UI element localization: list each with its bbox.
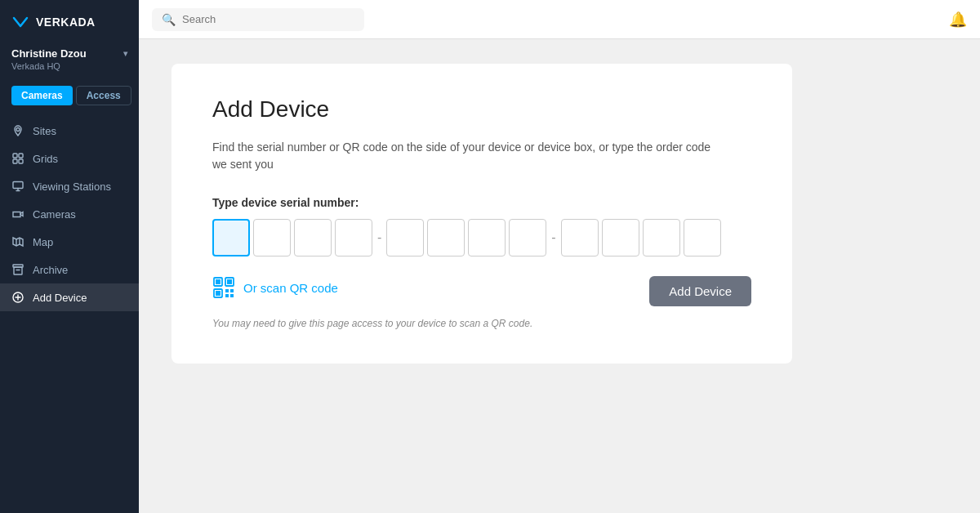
qr-scan-link[interactable]: Or scan QR code: [243, 281, 338, 295]
svg-rect-5: [13, 182, 23, 189]
logo: VERKADA: [0, 0, 139, 41]
sidebar-item-grids[interactable]: Grids: [0, 145, 139, 172]
user-name-row[interactable]: Christine Dzou ▾: [11, 47, 127, 60]
svg-rect-2: [19, 154, 23, 158]
sidebar-item-add-device[interactable]: Add Device: [0, 283, 139, 311]
sidebar-item-sites-label: Sites: [33, 125, 56, 137]
serial-box-10[interactable]: [602, 219, 639, 256]
camera-icon: [11, 207, 24, 221]
location-icon: [11, 124, 24, 137]
serial-label: Type device serial number:: [212, 196, 751, 209]
tab-cameras[interactable]: Cameras: [11, 86, 73, 105]
map-icon: [11, 235, 24, 248]
svg-rect-16: [216, 279, 220, 284]
search-icon: 🔍: [162, 13, 176, 26]
main-area: 🔍 🔔 Add Device Find the serial number or…: [139, 0, 980, 513]
svg-rect-4: [19, 159, 23, 163]
svg-rect-23: [225, 294, 229, 297]
notification-bell-icon[interactable]: 🔔: [949, 11, 967, 29]
nav-items: Sites Grids Viewing Stations Cameras Map: [0, 114, 139, 513]
sidebar-item-viewing-stations[interactable]: Viewing Stations: [0, 172, 139, 200]
user-org: Verkada HQ: [11, 61, 127, 71]
sidebar-item-archive-label: Archive: [33, 264, 68, 276]
svg-marker-6: [13, 238, 23, 246]
sidebar-item-cameras[interactable]: Cameras: [0, 200, 139, 228]
grid-icon: [11, 152, 24, 165]
serial-box-11[interactable]: [643, 219, 680, 256]
sidebar-item-sites[interactable]: Sites: [0, 117, 139, 145]
svg-point-0: [16, 128, 20, 132]
card-title: Add Device: [212, 96, 751, 123]
serial-box-1[interactable]: [212, 219, 250, 256]
svg-rect-18: [227, 279, 232, 284]
serial-dash-1: -: [376, 230, 383, 245]
add-device-button[interactable]: Add Device: [649, 276, 751, 306]
chevron-down-icon: ▾: [123, 49, 127, 58]
add-device-card: Add Device Find the serial number or QR …: [172, 64, 792, 364]
serial-box-12[interactable]: [684, 219, 721, 256]
verkada-logo-icon: [11, 13, 29, 31]
svg-rect-3: [13, 159, 17, 163]
tab-row: Cameras Access: [0, 81, 139, 114]
serial-box-5[interactable]: [386, 219, 424, 256]
qr-note: You may need to give this page access to…: [212, 316, 751, 331]
topbar: 🔍 🔔: [139, 0, 980, 39]
qr-left: Or scan QR code: [212, 276, 338, 299]
svg-rect-22: [230, 289, 234, 292]
serial-box-4[interactable]: [335, 219, 372, 256]
serial-box-8[interactable]: [509, 219, 546, 256]
serial-box-2[interactable]: [253, 219, 291, 256]
logo-text: VERKADA: [36, 16, 96, 29]
svg-rect-10: [14, 267, 22, 274]
svg-rect-20: [216, 291, 220, 296]
serial-box-6[interactable]: [427, 219, 465, 256]
serial-dash-2: -: [550, 230, 557, 245]
tab-access[interactable]: Access: [76, 86, 131, 105]
qr-code-icon: [212, 276, 235, 299]
qr-row: Or scan QR code Add Device: [212, 276, 751, 306]
svg-rect-24: [230, 294, 234, 297]
serial-box-3[interactable]: [294, 219, 332, 256]
serial-box-7[interactable]: [468, 219, 506, 256]
serial-input-row: - -: [212, 219, 751, 256]
monitor-icon: [11, 180, 24, 193]
search-box[interactable]: 🔍: [152, 8, 364, 31]
search-input[interactable]: [182, 13, 354, 25]
plus-circle-icon: [11, 291, 24, 304]
sidebar-item-add-device-label: Add Device: [33, 292, 87, 304]
archive-icon: [11, 263, 24, 276]
serial-box-9[interactable]: [561, 219, 599, 256]
svg-rect-1: [13, 154, 17, 158]
sidebar-item-map-label: Map: [33, 236, 53, 248]
user-display-name: Christine Dzou: [11, 47, 87, 60]
svg-rect-21: [225, 289, 229, 292]
content-area: Add Device Find the serial number or QR …: [139, 39, 980, 513]
sidebar-item-grids-label: Grids: [33, 153, 58, 165]
sidebar-item-archive[interactable]: Archive: [0, 256, 139, 283]
sidebar: VERKADA Christine Dzou ▾ Verkada HQ Came…: [0, 0, 139, 513]
card-description: Find the serial number or QR code on the…: [212, 139, 719, 173]
sidebar-item-cameras-label: Cameras: [33, 208, 76, 221]
sidebar-item-map[interactable]: Map: [0, 228, 139, 256]
sidebar-item-viewing-stations-label: Viewing Stations: [33, 181, 111, 193]
user-section: Christine Dzou ▾ Verkada HQ: [0, 41, 139, 81]
